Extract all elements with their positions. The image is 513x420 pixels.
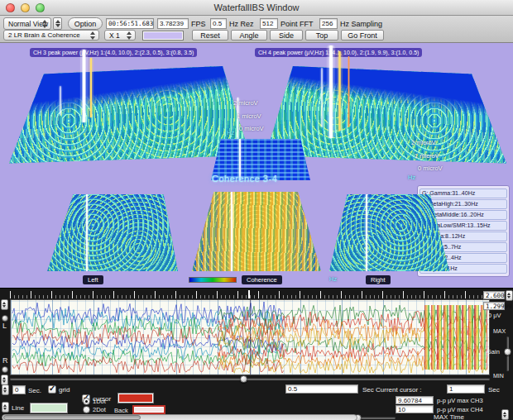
time-display: 00:56:51.683 xyxy=(106,18,154,29)
left-channel-knob[interactable] xyxy=(2,315,8,322)
go-front-button[interactable]: Go Front xyxy=(341,30,384,41)
spectrogram-cursor-line xyxy=(231,192,233,271)
time-slider-thumb[interactable] xyxy=(240,375,247,383)
view-mode-popup[interactable]: Normal View xyxy=(3,17,51,30)
max-time-label: MAX Time xyxy=(434,413,464,420)
gain-mid-value: 1.29999 xyxy=(486,303,512,310)
current-cursor-field[interactable]: 0.5 xyxy=(285,384,358,394)
ch4-axis-2uv: 2 microV xyxy=(411,139,436,146)
right-spectrogram-panel[interactable] xyxy=(329,194,449,271)
close-button[interactable] xyxy=(6,3,15,12)
go-front-button-label: Go Front xyxy=(348,31,377,40)
waterfall-3d-view[interactable]: CH 3 peak power (μV,Hz) 1:(4.0, 10.0), 2… xyxy=(0,43,513,288)
ch4-peak-spike xyxy=(338,51,342,131)
dot1-radio[interactable] xyxy=(83,398,90,405)
popup-arrows-icon xyxy=(42,20,48,28)
left-panel-badge: Left xyxy=(83,275,103,284)
line-stepper[interactable] xyxy=(2,402,9,413)
top-button[interactable]: Top xyxy=(305,30,338,41)
x-scale-popup[interactable]: X 1 xyxy=(104,30,136,41)
colorbar-hz-label: Hz xyxy=(329,275,337,283)
right-panel-badge: Right xyxy=(366,275,391,284)
hz-rez-field[interactable]: 0.5 xyxy=(210,18,227,29)
line-label: Line xyxy=(12,404,24,412)
oscilloscope-panel: L R 2.60000 1.29999 0 μV MAX Gain MIN 0 … xyxy=(0,288,513,420)
sampling-value: 256 xyxy=(322,20,333,27)
gain-mid-field[interactable]: 1.29999 xyxy=(483,302,505,310)
ch4-peak-spike xyxy=(328,45,334,138)
pp-max-ch4-label: p-p μV max CH4 xyxy=(437,406,483,413)
back-label: Back xyxy=(114,407,128,414)
pp-max-ch3-value: 9.60784 xyxy=(398,397,422,404)
current-cursor-label: Sec Current cursor : xyxy=(362,386,422,394)
left-channel-label: L xyxy=(2,322,7,330)
window-title: WaterfallIBS Window xyxy=(214,2,300,12)
sec-stepper[interactable] xyxy=(2,384,9,395)
sampling-field[interactable]: 256 xyxy=(319,18,338,29)
background-color-well[interactable] xyxy=(142,31,184,41)
cursor-sec-field[interactable]: 1 xyxy=(447,384,485,394)
dot2-radio[interactable] xyxy=(83,406,90,413)
x-scale-label: X 1 xyxy=(109,31,120,40)
minimize-button[interactable] xyxy=(21,3,30,12)
gain-label: Gain xyxy=(487,348,500,356)
band-color-hash xyxy=(424,305,487,370)
spectrogram-cursor-line xyxy=(86,194,88,271)
sec-label: Sec. xyxy=(28,387,41,394)
waveform-display[interactable] xyxy=(10,299,490,375)
gain-stepper[interactable] xyxy=(506,290,513,301)
fft-field[interactable]: 512 xyxy=(260,18,278,29)
sec-field[interactable]: 0 xyxy=(12,385,26,394)
current-cursor-value: 0.5 xyxy=(288,385,297,393)
fps-field[interactable]: 3.78239 xyxy=(157,18,189,29)
view-stepper[interactable] xyxy=(53,17,62,30)
right-channel-label: R xyxy=(2,356,8,365)
title-bar: WaterfallIBS Window xyxy=(0,0,513,16)
angle-button[interactable]: Angle xyxy=(231,30,267,41)
angle-button-label: Angle xyxy=(239,31,258,40)
cursor-sec-value: 1 xyxy=(449,385,453,393)
cursor-color-well[interactable] xyxy=(117,393,154,403)
side-button-label: Side xyxy=(279,31,294,40)
top-button-label: Top xyxy=(316,31,328,40)
reset-button[interactable]: Reset xyxy=(192,30,228,41)
ch3-waterfall-plot[interactable] xyxy=(7,66,255,165)
fft-value: 512 xyxy=(262,20,273,27)
scrollbar-thumb[interactable] xyxy=(3,415,141,420)
ch3-peak-spike xyxy=(60,86,61,116)
coherence-spectrogram-panel[interactable] xyxy=(192,192,321,271)
pp-max-ch4-field[interactable]: 10 xyxy=(396,405,434,413)
gain-top-field[interactable]: 2.60000 xyxy=(483,291,505,299)
gain-slider-thumb[interactable] xyxy=(504,348,511,356)
option-button-label: Option xyxy=(74,20,97,28)
scrollbar-track[interactable] xyxy=(2,414,357,420)
option-button[interactable]: Option xyxy=(68,17,103,30)
ch3-hz-axis-label: Hz xyxy=(227,129,234,136)
popup-arrows-icon xyxy=(90,31,96,40)
fft-label: Point FFT xyxy=(280,20,314,28)
line-color-well[interactable] xyxy=(30,403,68,413)
back-color-well[interactable] xyxy=(132,405,165,414)
coherence-panel-badge: Coherence xyxy=(242,275,282,284)
zoom-button[interactable] xyxy=(36,3,45,12)
waterfall-window: WaterfallIBS Window Normal View Option 0… xyxy=(0,0,513,420)
max-time-stepper[interactable] xyxy=(501,409,509,420)
display-mode-label: 2 LR Brain & Coherence xyxy=(8,31,80,39)
dot1-label: 1Dot xyxy=(93,398,106,405)
time-slider-track[interactable] xyxy=(10,378,490,380)
left-spectrogram-panel[interactable] xyxy=(47,194,178,271)
fps-label: FPS xyxy=(191,20,206,28)
left-channel-stepper[interactable] xyxy=(1,299,8,310)
gain-min-label: MIN xyxy=(493,373,504,379)
legend-item-gamma: G: Gamma:31..40Hz xyxy=(420,189,507,198)
ch3-peak-spike xyxy=(89,58,93,117)
grid-checkbox[interactable] xyxy=(48,385,56,394)
pp-max-ch3-field[interactable]: 9.60784 xyxy=(396,396,434,404)
ch4-axis-1uv: 1 microV xyxy=(415,152,439,160)
spectrogram-colorbar xyxy=(189,277,237,283)
coherence-title: Coherence 3-4 xyxy=(212,174,277,184)
cursor-sec-unit-label: Sec xyxy=(488,386,500,394)
display-mode-popup[interactable]: 2 LR Brain & Coherence xyxy=(3,30,99,41)
right-channel-knob[interactable] xyxy=(2,366,8,373)
side-button[interactable]: Side xyxy=(270,30,303,41)
